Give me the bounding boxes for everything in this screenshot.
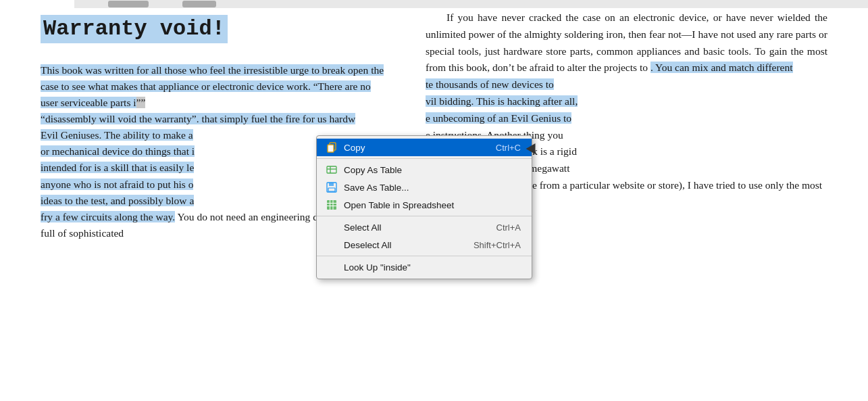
menu-divider-2 — [317, 216, 532, 216]
menu-item-save-as-table[interactable]: Save As Table... — [317, 179, 532, 196]
selected-text-line2: “disassembly will void the warranty” — [41, 113, 197, 124]
look-up-label: Look Up "inside" — [344, 262, 521, 273]
deselect-all-label: Deselect All — [344, 240, 474, 250]
svg-rect-6 — [329, 183, 334, 186]
open-spreadsheet-label: Open Table in Spreadsheet — [344, 200, 521, 210]
svg-rect-8 — [327, 200, 336, 210]
select-all-label: Select All — [344, 222, 496, 233]
save-as-table-label: Save As Table... — [344, 183, 521, 193]
menu-item-copy[interactable]: Copy Ctrl+C — [317, 139, 532, 156]
menu-item-open-spreadsheet[interactable]: Open Table in Spreadsheet — [317, 196, 532, 214]
menu-item-deselect-all[interactable]: Deselect All Shift+Ctrl+A — [317, 236, 532, 254]
page-title: Warranty void! — [41, 15, 228, 43]
select-all-shortcut: Ctrl+A — [496, 222, 521, 233]
context-menu: Copy Ctrl+C Copy As Table — [316, 135, 532, 279]
save-table-icon — [325, 182, 338, 193]
deselect-all-icon — [325, 239, 338, 250]
copy-as-table-label: Copy As Table — [344, 165, 521, 175]
page-container: Warranty void! This book was written for… — [0, 0, 868, 401]
svg-rect-1 — [328, 145, 334, 152]
menu-item-select-all[interactable]: Select All Ctrl+A — [317, 218, 532, 236]
menu-item-copy-as-table[interactable]: Copy As Table — [317, 161, 532, 179]
spreadsheet-icon — [325, 199, 338, 210]
svg-rect-2 — [327, 166, 336, 173]
copy-shortcut: Ctrl+C — [496, 143, 521, 153]
menu-divider-1 — [317, 158, 532, 159]
copy-icon — [325, 142, 338, 153]
look-up-icon — [325, 262, 338, 273]
select-all-icon — [325, 222, 338, 233]
copy-table-icon — [325, 164, 338, 175]
svg-rect-7 — [328, 188, 335, 191]
selected-text-block: This book was written for all those who … — [41, 64, 384, 108]
menu-divider-3 — [317, 256, 532, 256]
copy-label: Copy — [344, 143, 496, 153]
deselect-all-shortcut: Shift+Ctrl+A — [474, 240, 521, 250]
menu-item-look-up[interactable]: Look Up "inside" — [317, 258, 532, 276]
